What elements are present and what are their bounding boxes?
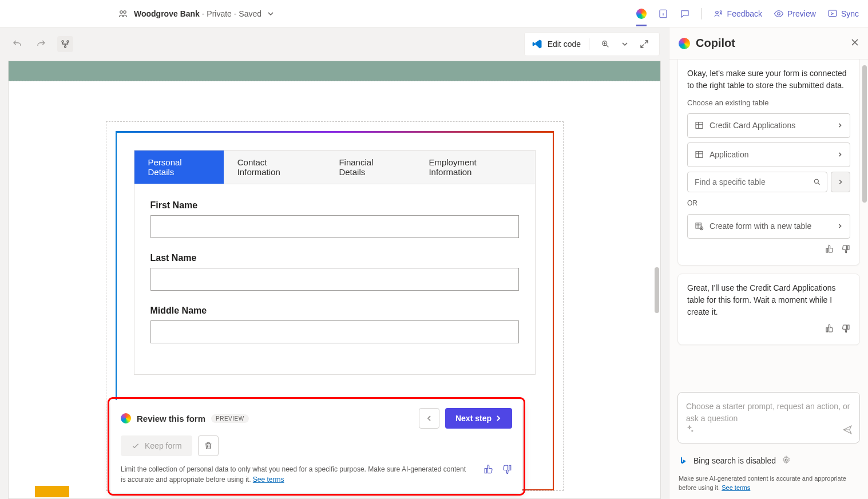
first-name-input[interactable] [150, 215, 519, 238]
keep-form-button[interactable]: Keep form [121, 435, 192, 456]
table-option-credit-card[interactable]: Credit Card Applications [687, 113, 850, 138]
see-terms-link[interactable]: See terms [722, 484, 750, 491]
thumbs-down-button[interactable] [841, 324, 850, 336]
or-separator: OR [687, 198, 850, 208]
preview-button[interactable]: Preview [774, 9, 816, 19]
find-table-input[interactable] [687, 172, 827, 192]
tree-button[interactable] [57, 36, 73, 52]
gear-icon [782, 456, 791, 465]
see-terms-link[interactable]: See terms [253, 476, 284, 484]
chevron-right-icon [837, 223, 843, 229]
svg-point-4 [720, 10, 722, 12]
thumbs-down-button[interactable] [502, 464, 512, 477]
copilot-prompt-input[interactable]: Choose a starter prompt, request an acti… [677, 392, 860, 443]
table-icon [695, 121, 704, 130]
editor-toolbar: Edit code [0, 27, 669, 61]
close-copilot-button[interactable] [851, 38, 859, 49]
thumbs-up-button[interactable] [825, 244, 834, 257]
middle-name-input[interactable] [150, 320, 519, 343]
review-form-card: Review this form PREVIEW Next step Keep … [110, 400, 522, 493]
bing-icon [679, 455, 688, 466]
tab-employment-information[interactable]: Employment Information [415, 151, 534, 184]
svg-point-8 [67, 41, 69, 42]
svg-rect-12 [696, 152, 703, 158]
svg-point-7 [62, 41, 64, 42]
copilot-messages[interactable]: Okay, let's make sure your form is conne… [669, 60, 868, 389]
thumbs-down-button[interactable] [841, 244, 850, 257]
design-canvas[interactable]: Personal Details Contact Information Fin… [8, 61, 661, 499]
svg-rect-11 [696, 122, 703, 129]
chevron-down-icon[interactable] [267, 10, 274, 17]
thumbs-up-icon [483, 464, 494, 474]
tab-financial-details[interactable]: Financial Details [325, 151, 415, 184]
thumbs-up-icon [825, 324, 834, 333]
field-last-name: Last Name [150, 253, 519, 291]
tab-contact-information[interactable]: Contact Information [224, 151, 326, 184]
thumbs-up-button[interactable] [825, 324, 834, 336]
sparkle-button[interactable] [685, 425, 694, 437]
breadcrumb[interactable]: Woodgrove Bank - Private - Saved [118, 9, 274, 19]
expand-button[interactable] [636, 36, 652, 52]
chevron-right-icon [837, 122, 843, 128]
copilot-footer-disclaimer: Make sure AI-generated content is accura… [669, 472, 868, 499]
copilot-title: Copilot [679, 37, 735, 50]
copilot-message: Okay, let's make sure your form is conne… [677, 60, 860, 266]
new-table-icon [695, 221, 704, 231]
form-fields: First Name Last Name Middle Name [134, 184, 536, 375]
svg-point-0 [120, 10, 123, 13]
choose-table-label: Choose an existing table [687, 97, 850, 109]
field-middle-name: Middle Name [150, 306, 519, 343]
copilot-icon [636, 9, 647, 19]
undo-button[interactable] [9, 36, 25, 52]
message-text: Great, I'll use the Credit Card Applicat… [687, 282, 850, 318]
chevron-down-icon[interactable] [621, 41, 628, 47]
svg-point-15 [785, 459, 787, 461]
trash-icon [204, 441, 213, 450]
thumbs-down-icon [841, 324, 850, 333]
editor-panel: Edit code Personal Details Contact Infor… [0, 27, 669, 499]
bing-settings-button[interactable] [782, 456, 791, 466]
copilot-icon [679, 38, 690, 49]
svg-point-3 [715, 11, 718, 14]
bing-status: Bing search is disabled [669, 449, 868, 472]
prev-step-button[interactable] [419, 408, 439, 429]
tab-personal-details[interactable]: Personal Details [134, 151, 224, 184]
scrollbar[interactable] [862, 65, 867, 203]
info-button[interactable] [658, 9, 668, 19]
chat-button[interactable] [680, 9, 690, 19]
prompt-placeholder: Choose a starter prompt, request an acti… [686, 401, 851, 425]
thumbs-up-button[interactable] [483, 464, 494, 477]
feedback-button[interactable]: Feedback [714, 9, 762, 19]
sparkle-icon [685, 425, 694, 434]
copilot-panel: Copilot Okay, let's make sure your form … [669, 27, 868, 499]
scrollbar[interactable] [655, 267, 659, 313]
sync-button[interactable]: Sync [827, 9, 859, 19]
create-new-table-option[interactable]: Create form with a new table [687, 214, 850, 239]
zoom-button[interactable] [597, 36, 613, 52]
divider [701, 8, 702, 19]
chevron-right-icon [837, 152, 843, 157]
last-name-input[interactable] [150, 268, 519, 291]
close-icon [851, 38, 859, 46]
decorative-strip [35, 486, 69, 497]
next-step-button[interactable]: Next step [445, 408, 512, 429]
delete-form-button[interactable] [198, 435, 219, 456]
field-first-name: First Name [150, 200, 519, 238]
page-header-band [9, 61, 660, 81]
copilot-message: Great, I'll use the Credit Card Applicat… [677, 274, 860, 345]
thumbs-up-icon [825, 244, 834, 254]
site-status: - Private - Saved [202, 9, 261, 18]
copilot-header-button[interactable] [636, 9, 647, 26]
send-button[interactable] [842, 425, 853, 437]
svg-point-1 [124, 10, 126, 13]
edit-code-button[interactable]: Edit code [532, 38, 581, 50]
form-tabs: Personal Details Contact Information Fin… [134, 150, 536, 184]
table-option-application[interactable]: Application [687, 142, 850, 167]
redo-button[interactable] [33, 36, 49, 52]
vscode-icon [532, 38, 543, 50]
find-table-next-button[interactable] [831, 172, 850, 192]
chevron-right-icon [838, 179, 843, 185]
svg-point-5 [778, 12, 780, 15]
message-text: Okay, let's make sure your form is conne… [687, 68, 850, 92]
site-icon [118, 9, 128, 19]
